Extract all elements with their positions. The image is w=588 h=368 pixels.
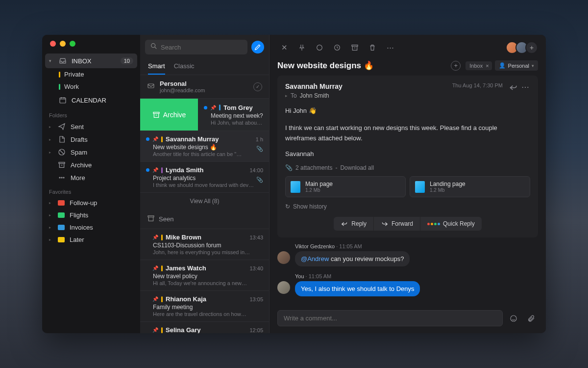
more-icon (58, 174, 66, 182)
unread-dot-icon (146, 168, 149, 172)
favorites-section-label: Favorites (42, 184, 140, 197)
drafts-icon (58, 135, 66, 143)
collaborator-avatars[interactable]: + (509, 41, 538, 54)
svg-rect-2 (59, 162, 65, 164)
emoji-button[interactable] (507, 312, 520, 325)
account-email: john@readdle.com (160, 87, 205, 93)
attachment-card[interactable]: Main page1.2 Mb (285, 176, 406, 197)
svg-point-5 (63, 177, 64, 178)
category-bar-icon (161, 235, 163, 240)
folder-icon (58, 212, 65, 218)
sidebar-item-work[interactable]: Work (42, 80, 140, 93)
minimize-window-icon[interactable] (60, 41, 66, 47)
folder-spam[interactable]: ▸Spam (42, 146, 140, 158)
quick-reply-button[interactable]: Quick Reply (420, 217, 482, 231)
svg-rect-7 (148, 84, 154, 88)
mail-subject: New website designs 🔥 (277, 60, 451, 71)
chevron-right-icon[interactable]: ▸ (285, 93, 288, 98)
svg-rect-0 (60, 98, 66, 103)
inbox-nav[interactable]: ▾ INBOX 10 (45, 53, 137, 68)
calendar-nav[interactable]: CALENDAR (42, 93, 140, 107)
attachment-card[interactable]: Landing page1.2 Mb (410, 176, 530, 197)
attachments-header: 📎 2 attachments - Download all (285, 164, 530, 171)
maximize-window-icon[interactable] (70, 41, 75, 47)
close-button[interactable]: ✕ (277, 41, 291, 54)
pin-icon: 📌 (152, 327, 158, 333)
svg-point-3 (59, 177, 60, 178)
compose-button[interactable] (251, 41, 264, 53)
reader-toolbar: ✕ ⋯ + (270, 35, 546, 60)
paperclip-icon: 📎 (285, 164, 293, 171)
inbox-icon (59, 57, 67, 65)
category-bar-icon (161, 167, 163, 173)
download-all-link[interactable]: Download all (340, 164, 374, 171)
seen-section-header[interactable]: Seen (140, 210, 269, 229)
folders-section-label: Folders (42, 107, 140, 120)
color-bar-icon (59, 72, 60, 78)
folder-archive[interactable]: Archive (42, 158, 140, 171)
mail-greeting: Hi John 👋 (285, 106, 530, 116)
mail-date: Thu Aug 14, 7:30 PM (452, 82, 503, 88)
message-more-icon[interactable]: ⋯ (521, 82, 530, 92)
comment-input[interactable] (277, 310, 503, 326)
message-row-swiped[interactable]: Archive 📌Tom Grey Meeting next week? Hi … (140, 99, 269, 131)
personal-label-chip[interactable]: 👤Personal▾ (495, 60, 538, 71)
calendar-label: CALENDAR (72, 97, 106, 104)
message-row[interactable]: 📌Rhianon Kaja13:05 Family meeting Here a… (140, 291, 269, 322)
forward-button[interactable]: Forward (374, 217, 420, 231)
done-check-icon[interactable]: ✓ (253, 82, 262, 91)
favorite-invoices[interactable]: ▸Invoices (42, 221, 140, 234)
folder-icon (58, 200, 65, 206)
message-row[interactable]: 📌Savannah Murray1 h New website designs … (140, 131, 269, 162)
file-thumb-icon (415, 181, 425, 193)
delete-button[interactable] (366, 41, 379, 54)
reply-button[interactable]: Reply (334, 217, 374, 231)
tab-smart[interactable]: Smart (148, 59, 165, 75)
favorite-flights[interactable]: ▸Flights (42, 209, 140, 221)
svg-point-10 (317, 45, 322, 51)
pin-icon: 📌 (152, 167, 158, 173)
message-row[interactable]: 📌Selina Gary12:05 In NY next week (140, 322, 269, 333)
quick-reply-icon (427, 223, 440, 225)
svg-rect-9 (148, 216, 154, 217)
account-header[interactable]: Personaljohn@readdle.com ✓ (140, 75, 269, 99)
favorite-later[interactable]: ▸Later (42, 234, 140, 246)
show-history-link[interactable]: ↻Show history (285, 203, 530, 210)
mail-body-text: I think we can start working on new desi… (285, 123, 530, 144)
more-button[interactable]: ⋯ (383, 41, 397, 54)
folder-drafts[interactable]: ▸Drafts (42, 133, 140, 146)
archive-button[interactable] (348, 41, 362, 54)
category-bar-icon (219, 105, 220, 110)
message-list-panel: Smart Classic Personaljohn@readdle.com ✓… (140, 35, 270, 333)
attachment-icon: 📎 (256, 146, 263, 152)
close-window-icon[interactable] (50, 41, 56, 47)
message-row[interactable]: 📌James Watch13:40 New travel policy Hi a… (140, 260, 269, 291)
mark-unread-button[interactable] (313, 41, 326, 54)
message-row[interactable]: 📌Lynda Smith14:00 Project analytics I th… (140, 162, 269, 193)
unread-dot-icon (146, 137, 149, 141)
tab-classic[interactable]: Classic (174, 59, 195, 75)
search-input[interactable] (161, 44, 243, 51)
seen-icon (147, 214, 155, 224)
snooze-button[interactable] (330, 41, 344, 54)
favorite-followup[interactable]: ▸Follow-up (42, 197, 140, 209)
add-tag-button[interactable]: + (451, 61, 461, 71)
history-icon: ↻ (285, 203, 290, 210)
remove-tag-icon[interactable]: × (485, 63, 490, 69)
svg-point-13 (511, 315, 516, 321)
message-row[interactable]: 📌Mike Brown13:43 CS1103-Discussion forum… (140, 229, 269, 260)
search-field[interactable] (145, 40, 247, 54)
reply-icon[interactable] (509, 82, 518, 95)
avatar (277, 251, 290, 264)
add-collaborator-icon[interactable]: + (525, 41, 538, 54)
folder-more[interactable]: More (42, 171, 140, 184)
archive-swipe-action[interactable]: Archive (140, 99, 198, 131)
view-all-link[interactable]: View All (8) (140, 193, 269, 210)
sidebar-item-private[interactable]: Private (42, 68, 140, 80)
folder-sent[interactable]: ▸Sent (42, 120, 140, 133)
sidebar: ▾ INBOX 10 Private Work CALENDAR Folders… (42, 35, 140, 333)
pin-button[interactable] (295, 41, 309, 54)
attach-button[interactable] (524, 312, 538, 325)
spam-icon (58, 148, 66, 156)
svg-point-4 (61, 177, 62, 178)
